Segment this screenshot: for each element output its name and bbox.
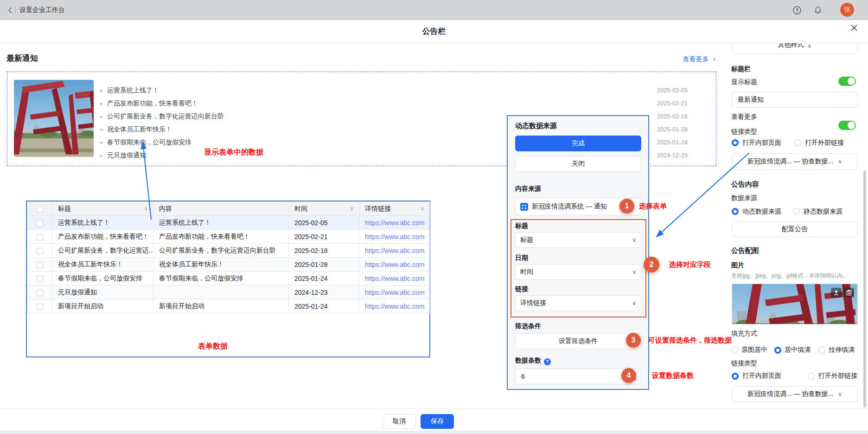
cell-link[interactable]: https://www.abc.com [365,247,424,254]
notice-item[interactable]: 运营系统上线了！ [100,86,159,95]
select-all-checkbox[interactable] [37,206,43,213]
field-title-label: 标题 [515,222,528,230]
table-row: 春节假期来临，公司放假安排 春节假期来临，公司放假安排 2025-01-24 h… [27,272,430,285]
configure-announcement-button[interactable]: 配置公告 [732,221,858,237]
cell-link[interactable]: https://www.abc.com [365,261,424,268]
field-title-value: 标题 [520,236,533,244]
view-more-toggle-label: 查看更多 [731,113,757,121]
show-title-toggle[interactable] [838,77,856,86]
col-header-title: 标题 [58,205,71,213]
table-row: 运营系统上线了！ 运营系统上线了！ 2025-02-05 https://www… [27,216,430,230]
avatar[interactable]: 张 [840,3,854,17]
radio-external-link-2[interactable] [808,373,815,380]
radio-fill-fit[interactable] [774,347,781,354]
cell-link[interactable]: https://www.abc.com [365,219,424,227]
radio-static-source[interactable] [793,208,800,215]
set-filter-button[interactable]: 设置筛选条件 [515,333,641,349]
radio-external-link[interactable] [794,139,801,146]
bell-icon[interactable] [813,5,823,15]
fill-mode-label: 填充方式 [731,330,757,338]
delete-image-button[interactable] [843,288,854,298]
svg-text:?: ? [796,8,798,13]
table-row: 新项目开始启动 新项目开始启动 2025-01-24 https://www.a… [27,299,430,313]
bullet-icon [100,155,102,157]
field-link-value: 详情链接 [520,299,546,307]
notice-date: 2025-01-28 [646,125,688,134]
data-count-label: 数据条数? [515,356,551,365]
table-row: 祝全体员工新年快乐！ 祝全体员工新年快乐！ 2025-01-28 https:/… [27,258,430,272]
radio-dynamic-source[interactable] [732,208,739,215]
annotation-step-4: 设置数据条数 [652,371,694,380]
internal-page-select-2[interactable]: 新冠疫情流调... — 协查数据... ∨ [732,386,858,402]
radio-internal-page-2[interactable] [732,373,739,380]
help-icon[interactable]: ? [792,5,802,15]
notice-item[interactable]: 元旦放假通知 [100,151,146,160]
radio-fill-stretch[interactable] [818,347,825,354]
cell-link[interactable]: https://www.abc.com [365,289,424,296]
sort-icon[interactable]: ▲▼ [351,207,353,211]
view-more-link[interactable]: 查看更多 › [683,55,715,64]
internal-page-select[interactable]: 新冠疫情流调... — 协查数据... ∨ [732,153,858,170]
title-text-input[interactable] [732,92,858,108]
close-icon[interactable] [849,23,859,33]
chevron-down-icon: ∨ [632,237,636,243]
notice-text: 公司扩展新业务，数字化运营迈向新台阶 [107,112,224,121]
cell-content: 春节假期来临，公司放假安排 [153,272,289,285]
view-more-toggle[interactable] [838,121,856,130]
row-checkbox[interactable] [37,262,43,268]
sort-icon[interactable]: ▲▼ [421,207,424,211]
back-icon[interactable] [6,6,15,15]
chevron-down-icon: ∨ [838,391,842,397]
avatar-text: 张 [844,6,850,14]
cell-content: 公司扩展新业务，数字化运营迈向新台阶 [153,244,289,258]
sort-icon[interactable]: ▲▼ [145,207,147,211]
field-date-value: 时间 [520,268,533,276]
sidebar-scrollbar[interactable] [863,170,866,408]
field-date-label: 日期 [515,254,528,262]
panel-title: 动态数据来源 [515,122,557,130]
notice-text: 产品发布新功能，快来看看吧！ [107,99,198,108]
radio-fill-stretch-label: 拉伸填满 [829,346,855,354]
notice-item[interactable]: 公司扩展新业务，数字化运营迈向新台阶 [100,112,224,121]
question-circle-icon[interactable]: ? [544,358,551,365]
notice-item[interactable]: 春节假期来临，公司放假安排 [100,138,191,147]
bullet-icon [100,103,102,105]
table-row: 公司扩展新业务，数字化运营迈... 公司扩展新业务，数字化运营迈向新台阶 202… [27,244,430,258]
done-button[interactable]: 完成 [515,136,641,151]
row-checkbox[interactable] [37,290,43,296]
col-header-link: 详情链接 [365,205,391,213]
link-type2-label: 链接类型 [731,359,757,368]
close-button[interactable]: 关闭 [515,156,641,172]
notice-date: 2025-02-21 [646,99,688,108]
cell-time: 2025-02-05 [289,216,359,230]
row-checkbox[interactable] [37,220,43,227]
chevron-down-icon: ∨ [632,269,636,275]
notice-date: 2025-02-05 [646,86,688,95]
cell-link[interactable]: https://www.abc.com [365,275,424,282]
row-checkbox[interactable] [37,234,43,240]
cell-link[interactable]: https://www.abc.com [365,303,424,310]
view-more-label: 查看更多 [683,55,708,63]
radio-fill-center-label: 原图居中 [741,346,767,354]
notice-item[interactable]: 产品发布新功能，快来看看吧！ [100,99,198,108]
radio-fill-center[interactable] [732,347,739,354]
radio-internal-page[interactable] [732,139,739,146]
field-title-select[interactable]: 标题∨ [515,232,641,248]
row-checkbox[interactable] [37,248,43,254]
row-checkbox[interactable] [37,276,43,282]
notice-item[interactable]: 祝全体员工新年快乐！ [100,125,172,134]
step-badge-1: 1 [619,199,634,214]
cell-title: 公司扩展新业务，数字化运营迈... [52,244,153,258]
field-link-select[interactable]: 详情链接∨ [515,295,641,311]
image-label: 图片 [731,261,744,270]
col-header-time: 时间 [294,205,307,213]
row-checkbox[interactable] [37,304,43,310]
field-date-select[interactable]: 时间∨ [515,264,641,280]
save-button[interactable]: 保存 [421,414,454,429]
cell-title: 新项目开始启动 [52,299,153,313]
form-data-table: 标题▲▼ 内容 时间▲▼ 详情链接▲▼ 运营系统上线了！ 运营系统上线了！ 20… [26,201,430,357]
upload-image-button[interactable] [831,288,842,298]
cell-link[interactable]: https://www.abc.com [365,233,424,240]
data-count-input[interactable] [516,373,622,380]
cancel-button[interactable]: 取消 [383,414,416,429]
